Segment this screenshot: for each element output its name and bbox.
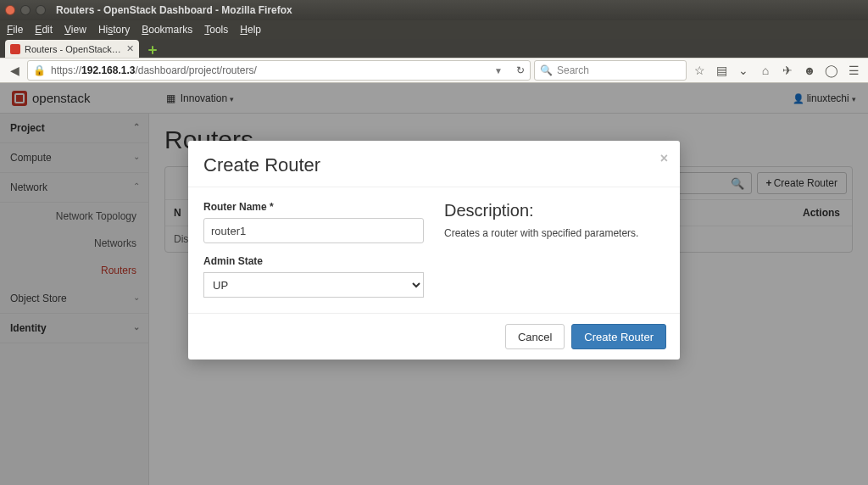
page-content: openstack ▦ Innovation linuxtechi Projec… [0, 83, 868, 485]
browser-tab-active[interactable]: Routers - OpenStack… ✕ [5, 40, 139, 58]
tab-close-button[interactable]: ✕ [126, 43, 134, 54]
favicon-icon [10, 44, 20, 54]
router-name-input[interactable] [203, 218, 424, 243]
url-bar[interactable]: 🔒 https://192.168.1.3/dashboard/project/… [27, 60, 531, 81]
hamburger-menu-button[interactable]: ☰ [844, 61, 863, 80]
browser-menubar: File Edit View History Bookmarks Tools H… [0, 20, 868, 39]
url-text: https://192.168.1.3/dashboard/project/ro… [51, 64, 257, 76]
submit-create-router-button[interactable]: Create Router [571, 324, 666, 349]
cancel-button[interactable]: Cancel [505, 324, 565, 349]
tab-title: Routers - OpenStack… [25, 44, 121, 54]
window-close-button[interactable] [5, 5, 15, 15]
description-body: Creates a router with specified paramete… [444, 227, 665, 239]
search-placeholder: Search [557, 64, 589, 76]
bookmark-star-icon[interactable]: ☆ [690, 61, 709, 80]
menu-file[interactable]: File [7, 24, 23, 36]
menu-help[interactable]: Help [240, 24, 261, 36]
modal-overlay[interactable]: Create Router × Router Name * Admin Stat… [0, 83, 868, 485]
nav-back-button[interactable]: ◀ [5, 61, 24, 80]
pocket-icon[interactable]: ⌄ [734, 61, 753, 80]
menu-history[interactable]: History [98, 24, 130, 36]
browser-search-field[interactable]: 🔍 Search [534, 60, 687, 81]
lock-icon: 🔒 [33, 64, 46, 76]
shield-icon[interactable]: ◯ [822, 61, 841, 80]
new-tab-button[interactable] [144, 42, 161, 58]
browser-tabstrip: Routers - OpenStack… ✕ [0, 39, 868, 58]
chat-icon[interactable]: ☻ [800, 61, 819, 80]
modal-title: Create Router [203, 154, 665, 176]
modal-close-button[interactable]: × [660, 151, 668, 166]
description-heading: Description: [444, 201, 665, 220]
browser-navbar: ◀ 🔒 https://192.168.1.3/dashboard/projec… [0, 58, 868, 83]
admin-state-label: Admin State [203, 255, 424, 267]
menu-bookmarks[interactable]: Bookmarks [142, 24, 192, 36]
create-router-modal: Create Router × Router Name * Admin Stat… [188, 141, 680, 360]
window-title: Routers - OpenStack Dashboard - Mozilla … [56, 4, 292, 16]
menu-tools[interactable]: Tools [204, 24, 228, 36]
window-titlebar: Routers - OpenStack Dashboard - Mozilla … [0, 0, 868, 20]
router-name-label: Router Name * [203, 201, 424, 213]
send-icon[interactable]: ✈ [778, 61, 797, 80]
menu-view[interactable]: View [64, 24, 86, 36]
search-icon: 🔍 [540, 64, 553, 76]
admin-state-select[interactable]: UP [203, 272, 424, 298]
window-minimize-button[interactable] [20, 5, 31, 15]
window-maximize-button[interactable] [36, 5, 46, 15]
reload-button[interactable]: ↻ [516, 64, 525, 76]
menu-edit[interactable]: Edit [35, 24, 53, 36]
url-dropdown-icon[interactable]: ▼ [494, 66, 503, 75]
bookmarks-list-icon[interactable]: ▤ [712, 61, 731, 80]
home-icon[interactable]: ⌂ [756, 61, 775, 80]
